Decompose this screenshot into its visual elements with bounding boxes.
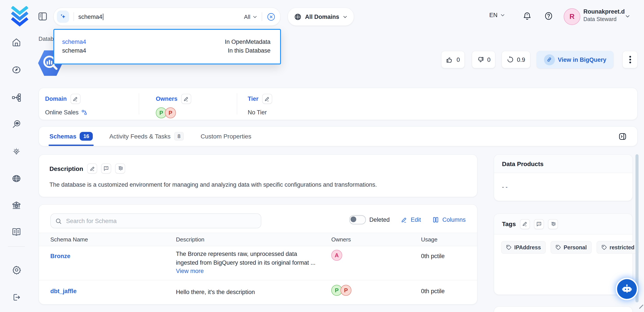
lineage-flow-icon bbox=[12, 93, 21, 102]
columns-button[interactable]: Columns bbox=[432, 216, 466, 223]
tab-activity-feeds[interactable]: Activity Feeds & Tasks 8 bbox=[110, 127, 184, 146]
column-header-description[interactable]: Description bbox=[176, 236, 204, 243]
request-description-button[interactable]: ? bbox=[101, 164, 111, 174]
sidebar-item-settings[interactable] bbox=[12, 265, 22, 275]
search-divider bbox=[74, 12, 74, 21]
govern-bank-icon bbox=[12, 201, 21, 210]
data-products-empty: - - bbox=[494, 173, 632, 201]
version-button[interactable]: 0.9 bbox=[502, 51, 530, 68]
sidebar-item-govern[interactable] bbox=[12, 201, 21, 210]
tag-chip[interactable]: restricted bbox=[596, 241, 639, 254]
chatbot-button[interactable] bbox=[617, 279, 637, 299]
table-row: Bronze The Bronze represents raw, unproc… bbox=[39, 245, 478, 280]
sidebar-item-home[interactable] bbox=[12, 38, 21, 47]
corner-resize-mark bbox=[639, 304, 643, 309]
column-header-usage[interactable]: Usage bbox=[421, 236, 438, 243]
tag-chip[interactable]: Personal bbox=[550, 241, 592, 254]
sidebar-panel-icon bbox=[38, 12, 48, 22]
sidebar-toggle-button[interactable] bbox=[38, 12, 48, 22]
tag-icon bbox=[506, 244, 512, 250]
insights-bulb-icon bbox=[12, 147, 21, 156]
version-number: 0.9 bbox=[517, 56, 525, 63]
suggestion-context: In this Database bbox=[228, 47, 270, 55]
schema-description-line: The Bronze represents raw, unprocessed d… bbox=[176, 250, 316, 258]
thumbs-up-icon bbox=[446, 56, 454, 63]
description-conversations-button[interactable] bbox=[115, 164, 125, 174]
activity-count-badge: 8 bbox=[174, 132, 184, 141]
view-in-bigquery-button[interactable]: View in BigQuery bbox=[536, 51, 614, 68]
all-domains-button[interactable]: All Domains bbox=[288, 8, 354, 26]
sidebar-item-domains[interactable] bbox=[12, 174, 21, 183]
schemas-table-card: Deleted Edit Columns Schema Name Descrip… bbox=[38, 204, 478, 304]
sidebar-item-lineage[interactable] bbox=[12, 93, 21, 102]
more-actions-button[interactable] bbox=[622, 51, 638, 68]
table-header-row: Schema Name Description Owners Usage bbox=[39, 233, 477, 246]
upvote-count: 0 bbox=[456, 56, 460, 63]
owner-avatar[interactable]: A bbox=[331, 250, 342, 261]
divider bbox=[139, 93, 139, 114]
schema-search-input[interactable] bbox=[65, 217, 256, 225]
downvote-button[interactable]: 0 bbox=[472, 51, 496, 68]
panel-scrollbar[interactable] bbox=[636, 154, 638, 302]
request-tags-button[interactable]: ? bbox=[534, 219, 544, 229]
user-avatar[interactable]: R bbox=[564, 8, 580, 25]
user-menu-chevron[interactable] bbox=[625, 14, 630, 19]
edit-tags-button[interactable] bbox=[520, 219, 530, 229]
schema-link[interactable]: Bronze bbox=[50, 253, 70, 259]
suggestion-context: In OpenMetadata bbox=[225, 38, 270, 46]
question-circle-icon bbox=[544, 12, 553, 21]
clear-search-button[interactable] bbox=[266, 12, 276, 21]
description-title: Description bbox=[50, 165, 83, 172]
tag-chip[interactable]: IPAddress bbox=[501, 241, 546, 254]
divider bbox=[237, 93, 237, 114]
notifications-button[interactable] bbox=[522, 12, 532, 21]
schema-search-box[interactable] bbox=[50, 213, 261, 228]
sidebar-item-glossary[interactable] bbox=[12, 227, 21, 237]
breadcrumb[interactable]: Datab bbox=[38, 36, 54, 42]
edit-domain-button[interactable] bbox=[70, 94, 80, 104]
tags-conversations-button[interactable] bbox=[548, 219, 558, 229]
suggestion-item[interactable]: schema4 In this Database bbox=[62, 47, 270, 55]
column-header-owners[interactable]: Owners bbox=[331, 236, 351, 243]
search-input[interactable]: schema4 bbox=[78, 13, 104, 20]
data-products-card: Data Products - - bbox=[494, 154, 633, 201]
sidebar-item-logout[interactable] bbox=[12, 293, 21, 302]
tag-icon bbox=[601, 244, 607, 250]
suggestion-label[interactable]: schema4 bbox=[62, 47, 86, 55]
search-scope-dropdown[interactable]: All bbox=[244, 13, 257, 20]
sidebar-item-insights[interactable] bbox=[12, 147, 21, 156]
sidebar-item-explore[interactable] bbox=[12, 65, 21, 75]
suggestion-item[interactable]: schema4 In OpenMetadata bbox=[62, 38, 270, 46]
upvote-button[interactable]: 0 bbox=[441, 51, 465, 68]
tab-schemas[interactable]: Schemas 16 bbox=[50, 127, 93, 146]
suggestion-label[interactable]: schema4 bbox=[62, 38, 86, 46]
column-header-schema-name[interactable]: Schema Name bbox=[50, 236, 88, 243]
usage-value: 0th pctile bbox=[421, 288, 445, 294]
domain-value[interactable]: Online Sales bbox=[45, 109, 78, 116]
tab-custom-properties[interactable]: Custom Properties bbox=[201, 127, 252, 146]
expand-side-panel-button[interactable] bbox=[618, 132, 627, 140]
left-sidebar bbox=[0, 0, 33, 312]
circle-x-icon bbox=[266, 12, 276, 21]
help-button[interactable] bbox=[544, 12, 553, 21]
language-selector[interactable]: EN bbox=[489, 12, 505, 19]
global-search-bar[interactable]: schema4 All bbox=[54, 8, 280, 26]
pencil-icon bbox=[183, 96, 189, 101]
tier-label: Tier bbox=[248, 96, 258, 102]
entity-tabs: Schemas 16 Activity Feeds & Tasks 8 Cust… bbox=[38, 126, 638, 146]
owner-avatar[interactable]: P bbox=[340, 285, 352, 296]
robot-icon bbox=[621, 283, 633, 295]
tier-value: No Tier bbox=[248, 109, 267, 116]
edit-tier-button[interactable] bbox=[262, 94, 272, 104]
tag-icon bbox=[556, 244, 561, 250]
owner-avatar[interactable]: P bbox=[165, 107, 176, 118]
sidebar-item-observability[interactable] bbox=[12, 120, 21, 129]
svg-text:?: ? bbox=[538, 222, 540, 225]
edit-table-button[interactable]: Edit bbox=[401, 216, 421, 223]
show-deleted-toggle[interactable]: Deleted bbox=[349, 215, 390, 224]
edit-owners-button[interactable] bbox=[181, 94, 191, 104]
view-more-link[interactable]: View more bbox=[176, 267, 316, 275]
edit-description-button[interactable] bbox=[87, 164, 97, 174]
schema-link[interactable]: dbt_jaffle bbox=[50, 288, 76, 294]
toggle-switch[interactable] bbox=[349, 215, 366, 224]
